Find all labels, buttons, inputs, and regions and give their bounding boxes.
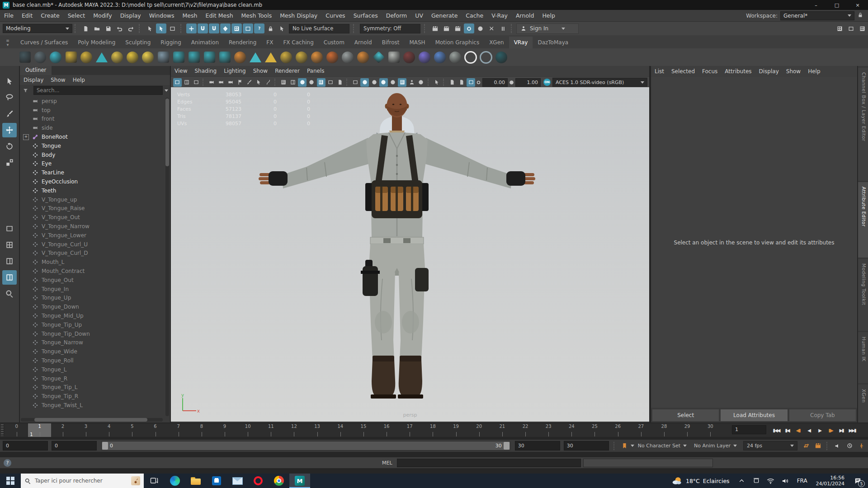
taskbar-app-explorer[interactable] — [185, 474, 206, 488]
menu-surfaces[interactable]: Surfaces — [349, 10, 382, 21]
timeline-frame-27[interactable]: 27 — [629, 423, 652, 437]
timeline-frame-25[interactable]: 25 — [583, 423, 606, 437]
snap-curve-icon[interactable] — [198, 23, 208, 33]
shelf-tab-daztomaya[interactable]: DazToMaya — [533, 37, 573, 48]
outliner-item-tongue-up[interactable]: Tongue_Up — [20, 294, 164, 303]
shelf-dots-multi-button[interactable] — [432, 50, 448, 65]
menu-edit[interactable]: Edit — [18, 10, 37, 21]
shelf-plane-blue-button[interactable] — [156, 50, 171, 65]
shelf-sphere-orange-button[interactable] — [232, 50, 248, 65]
timeline-frame-8[interactable]: 8 — [190, 423, 213, 437]
viewport-menu-view[interactable]: View — [171, 66, 191, 77]
exposure-field[interactable]: 0.00 — [482, 78, 508, 87]
hypershade-icon[interactable] — [475, 23, 486, 33]
select-button[interactable]: Select — [652, 409, 719, 422]
timeline-frame-10[interactable]: 10 — [236, 423, 259, 437]
snap-grid-icon[interactable] — [186, 23, 197, 33]
sidebar-tab-attribute-editor[interactable]: Attribute Editor — [858, 182, 868, 258]
timeline-frames[interactable]: 0112345678910111213141516171819202122232… — [5, 423, 722, 437]
timeline-frame-28[interactable]: 28 — [652, 423, 675, 437]
panel-toggle-icon[interactable] — [846, 23, 856, 33]
select-object-icon[interactable] — [156, 23, 166, 33]
timeline-frame-9[interactable]: 9 — [213, 423, 236, 437]
range-slider-min-handle[interactable] — [102, 442, 108, 450]
taskbar-app-opera[interactable] — [248, 474, 269, 488]
viewport-toolbar-icon-34[interactable] — [467, 78, 475, 87]
viewport-toolbar-icon-27[interactable] — [407, 78, 416, 87]
viewport-toolbar-icon-15[interactable] — [298, 78, 307, 87]
attribute-editor-menu-help[interactable]: Help — [804, 66, 824, 77]
shelf-tab-poly-modeling[interactable]: Poly Modeling — [73, 37, 120, 48]
lock-icon[interactable] — [857, 12, 863, 19]
shelf-menu-icon[interactable]: ≡▾ — [0, 39, 15, 48]
viewport-toolbar-icon-17[interactable] — [317, 78, 326, 87]
menu-edit-mesh[interactable]: Edit Mesh — [201, 10, 237, 21]
layout-outliner-persp[interactable] — [2, 270, 17, 285]
outliner-item-body[interactable]: Body — [20, 150, 164, 160]
timeline-frame-26[interactable]: 26 — [606, 423, 629, 437]
timeline-frame-24[interactable]: 24 — [560, 423, 583, 437]
attribute-editor-menu-show[interactable]: Show — [783, 66, 804, 77]
menu-create[interactable]: Create — [37, 10, 64, 21]
timeline-frame-11[interactable]: 11 — [259, 423, 283, 437]
viewport-toolbar-icon-25[interactable] — [389, 78, 397, 87]
go-to-start-button[interactable]: ▮◀◀ — [771, 424, 782, 436]
outliner-item-mouth-contract[interactable]: Mouth_Contract — [20, 267, 164, 276]
outliner-item-v-tongue-curl-d[interactable]: V_Tongue_Curl_D — [20, 249, 164, 258]
snap-extra-icon[interactable]: ? — [254, 23, 264, 33]
menu-windows[interactable]: Windows — [145, 10, 179, 21]
volume-icon[interactable] — [778, 474, 792, 488]
open-scene-icon[interactable] — [92, 23, 102, 33]
highlight-select-icon[interactable] — [277, 23, 287, 33]
zoom-layout-tool[interactable] — [2, 286, 17, 301]
timeline-frame-16[interactable]: 16 — [375, 423, 398, 437]
shelf-tab-vray[interactable]: VRay — [509, 37, 533, 48]
outliner-item-tongue-tip-l[interactable]: Tongue_Tip_L — [20, 383, 164, 392]
new-scene-icon[interactable] — [80, 23, 91, 33]
viewport-toolbar-icon-30[interactable] — [432, 78, 441, 87]
mode-selector[interactable]: Modeling — [3, 24, 72, 33]
attribute-editor-menu-list[interactable]: List — [651, 66, 668, 77]
grid-toggle-icon[interactable] — [835, 23, 845, 33]
step-forward-frame-button[interactable]: ▮▶ — [825, 424, 836, 436]
sidebar-tab-modeling-toolkit[interactable]: Modeling Toolkit — [858, 259, 868, 331]
snap-plane-icon[interactable] — [220, 23, 231, 33]
viewport-toolbar-icon-8[interactable] — [236, 78, 244, 87]
outliner-item-tongue-narrow[interactable]: Tongue_Narrow — [20, 338, 164, 347]
chevron-down-icon[interactable] — [631, 445, 634, 449]
timeline-frame-23[interactable]: 23 — [537, 423, 560, 437]
symmetry-field[interactable]: Symmetry: Off — [360, 24, 420, 33]
shelf-cone-teal-button[interactable] — [94, 50, 109, 65]
lasso-tool[interactable] — [2, 90, 17, 105]
shelf-ball-orange-2-button[interactable] — [325, 50, 340, 65]
step-back-frame-button[interactable]: ◀▮ — [793, 424, 803, 436]
outliner-vertical-scrollbar[interactable] — [165, 98, 169, 416]
menu-curves[interactable]: Curves — [321, 10, 349, 21]
menu-v-ray[interactable]: V-Ray — [487, 10, 512, 21]
weather-widget[interactable]: 18°C Eclaircies — [667, 476, 734, 485]
menu-file[interactable]: File — [0, 10, 18, 21]
menu-uv[interactable]: UV — [411, 10, 427, 21]
gamma-field[interactable]: 1.00 — [515, 78, 541, 87]
timeline-frame-4[interactable]: 4 — [98, 423, 121, 437]
copy-tab-button[interactable]: Copy Tab — [789, 409, 856, 422]
shelf-tab-sculpting[interactable]: Sculpting — [120, 37, 156, 48]
color-management-toggle[interactable]: ON — [543, 79, 551, 86]
viewport-toolbar-icon-6[interactable] — [217, 78, 226, 87]
sidebar-tab-xgen[interactable]: XGen — [858, 385, 868, 422]
sidebar-tab-channel-box-layer-editor[interactable]: Channel Box / Layer Editor — [858, 68, 868, 181]
undo-icon[interactable] — [114, 23, 125, 33]
shelf-grid-box-button[interactable] — [17, 50, 33, 65]
timeline-frame-3[interactable]: 3 — [74, 423, 97, 437]
move-tool[interactable] — [2, 123, 17, 137]
outliner-item-tongue-r[interactable]: Tongue_R — [20, 374, 164, 383]
shelf-tab-rendering[interactable]: Rendering — [224, 37, 261, 48]
viewport-toolbar-icon-33[interactable] — [458, 78, 466, 87]
taskbar-app-mail[interactable] — [227, 474, 248, 488]
shelf-dome-yellow-button[interactable] — [79, 50, 94, 65]
launch-render-icon[interactable] — [486, 23, 497, 33]
outliner-item-v-tongue-narrow[interactable]: V_Tongue_Narrow — [20, 222, 164, 231]
viewport-toolbar-icon-23[interactable] — [370, 78, 378, 87]
menu-mesh-display[interactable]: Mesh Display — [276, 10, 321, 21]
viewport-toolbar-icon-1[interactable] — [173, 78, 182, 87]
